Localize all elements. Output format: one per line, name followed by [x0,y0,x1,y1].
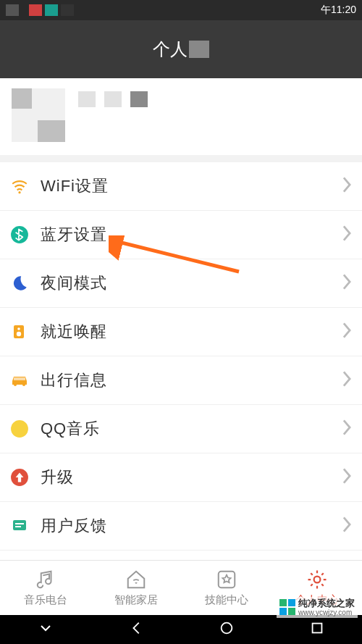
status-indicator [6,4,19,16]
svg-point-13 [313,577,320,583]
menu-label: QQ音乐 [41,418,342,440]
chevron-right-icon [342,274,352,293]
menu-label: 夜间模式 [41,272,342,294]
sysnav-down-icon[interactable] [37,619,54,640]
sysnav-recents-icon[interactable] [309,620,325,639]
svg-point-14 [222,623,232,634]
menu-label: WiFi设置 [41,175,342,197]
chevron-right-icon [342,517,352,535]
page-header: 个人 [0,20,362,78]
svg-point-0 [18,191,20,193]
music-note-icon [35,569,56,590]
car-icon [9,369,30,391]
menu-label: 蓝牙设置 [41,224,342,246]
status-bar: 午11:20 [0,0,362,20]
chevron-right-icon [342,225,352,244]
menu-item-feedback[interactable]: 用户反馈 [0,502,362,551]
chevron-right-icon [342,419,352,438]
gear-icon [306,569,328,590]
watermark-logo-icon [279,599,295,615]
svg-point-3 [17,327,20,330]
sysnav-home-icon[interactable] [219,620,235,639]
masked-text [130,91,148,107]
chevron-right-icon [342,468,352,487]
chevron-right-icon [342,322,352,341]
moon-icon [9,272,30,294]
menu-label: 升级 [41,467,342,488]
system-nav-bar [0,615,362,644]
menu-item-upgrade[interactable]: 升级 [0,453,362,502]
feedback-icon [9,515,30,537]
watermark-url: www.ycwjzy.com [298,609,355,616]
menu-item-proximity-wake[interactable]: 就近唤醒 [0,308,362,356]
svg-rect-10 [13,520,26,530]
svg-point-5 [14,383,17,386]
status-indicator [45,4,58,16]
watermark-title: 纯净系统之家 [298,598,355,609]
settings-list: WiFi设置 蓝牙设置 夜间模式 就近唤醒 [0,162,362,551]
menu-label: 用户反馈 [41,515,342,537]
menu-item-bluetooth[interactable]: 蓝牙设置 [0,211,362,259]
menu-item-night-mode[interactable]: 夜间模式 [0,259,362,308]
watermark: 纯净系统之家 www.ycwjzy.com [277,597,358,618]
upgrade-icon [9,467,30,488]
menu-item-travel[interactable]: 出行信息 [0,356,362,405]
status-indicator [29,4,42,16]
page-title: 个人 [153,38,188,61]
svg-rect-7 [14,377,25,380]
nav-skills[interactable]: 技能中心 [181,561,272,615]
svg-rect-15 [312,624,321,633]
status-indicator [61,4,74,16]
status-time: 午11:20 [321,4,356,17]
menu-label: 就近唤醒 [41,321,342,343]
wifi-icon [9,175,30,197]
nav-radio[interactable]: 音乐电台 [0,561,90,615]
nav-label: 技能中心 [205,593,248,607]
star-box-icon [216,569,237,590]
qqmusic-icon [9,418,30,440]
nav-smarthome[interactable]: 智能家居 [90,561,181,615]
avatar[interactable] [12,88,65,142]
masked-text [189,41,209,58]
status-right: 午11:20 [321,4,356,17]
masked-text [78,91,96,107]
home-icon [125,569,147,590]
nav-label: 智能家居 [114,593,158,607]
chevron-right-icon [342,177,352,196]
bluetooth-icon [9,224,30,246]
profile-section[interactable] [0,78,362,162]
status-left [6,4,74,16]
menu-item-wifi[interactable]: WiFi设置 [0,162,362,211]
masked-text [104,91,122,107]
menu-item-qqmusic[interactable]: QQ音乐 [0,405,362,453]
speaker-icon [9,321,30,343]
chevron-right-icon [342,371,352,390]
nav-label: 音乐电台 [24,593,67,607]
sysnav-back-icon[interactable] [129,620,145,639]
svg-point-4 [17,332,21,336]
svg-point-6 [22,383,25,386]
profile-name [78,91,148,107]
svg-point-8 [11,420,28,438]
menu-label: 出行信息 [41,369,342,391]
